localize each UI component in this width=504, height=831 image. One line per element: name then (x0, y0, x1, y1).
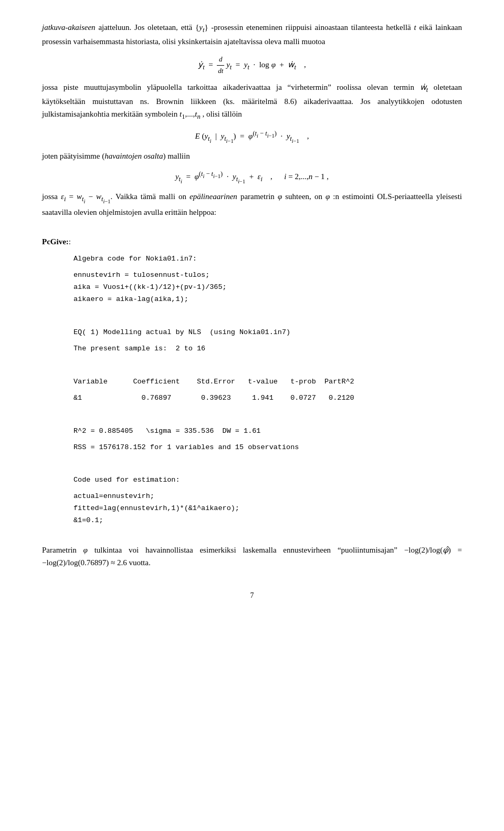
eq-header: EQ( 1) Modelling actual by NLS (using No… (74, 327, 462, 339)
sample-line: The present sample is: 2 to 16 (74, 343, 462, 355)
code-block-1: ennustevirh = tulosennust-tulos; aika = … (74, 269, 462, 306)
pcgive-section-label: PcGive:: (42, 235, 462, 248)
paragraph-after-eq1: jossa piste muuttujasymbolin yläpuolella… (42, 81, 462, 122)
page-number: 7 (42, 590, 462, 601)
equation-2: E (yti | yti−1) = φ(ti − ti−1) · yti−1 , (42, 128, 462, 146)
pcgive-label: PcGive: (42, 237, 69, 246)
paragraph-after-eq3: jossa εi = wti − wti−1. Vaikka tämä mall… (42, 190, 462, 219)
table-header: Variable Coefficient Std.Error t-value t… (74, 376, 462, 388)
intro-paragraph: jatkuva-akaiseen ajatteluun. Jos oleteta… (42, 21, 462, 48)
stats-line-2: RSS = 1576178.152 for 1 variables and 15… (74, 442, 462, 454)
algebra-header: Algebra code for Nokia01.in7: (74, 253, 462, 265)
equation-1: ẏt = d dt yt = yt · log φ + ẇt , (42, 54, 462, 77)
paragraph-joten: joten päätyisimme (havaintojen osalta) m… (42, 150, 462, 162)
equation-3: yti = φ(ti − ti−1) · yti−1 + εi , i = 2,… (42, 169, 462, 186)
stats-line-1: R^2 = 0.885405 \sigma = 335.536 DW = 1.6… (74, 425, 462, 438)
page-content: jatkuva-akaiseen ajatteluun. Jos oleteta… (42, 21, 462, 602)
code-block-2: actual=ennustevirh; fitted=lag(ennustevi… (74, 491, 462, 527)
code-label: Code used for estimation: (74, 474, 462, 486)
table-row: &1 0.76897 0.39623 1.941 0.0727 0.2120 (74, 392, 462, 404)
final-paragraph: Parametrin φ tulkintaa voi havainnollist… (42, 544, 462, 569)
